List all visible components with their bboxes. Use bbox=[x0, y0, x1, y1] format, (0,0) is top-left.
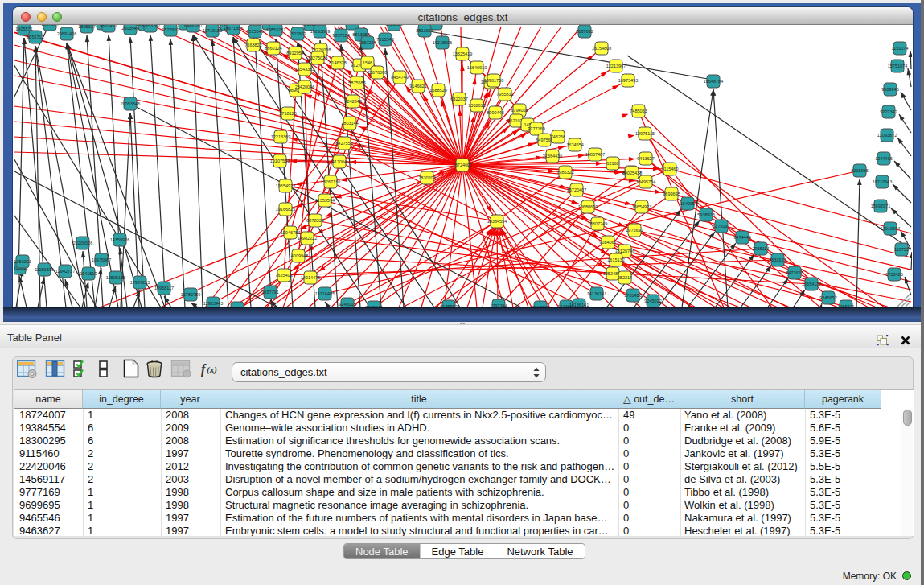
svg-text:1733426: 1733426 bbox=[624, 293, 641, 298]
svg-text:252214: 252214 bbox=[618, 275, 632, 280]
svg-text:8427552: 8427552 bbox=[335, 141, 352, 146]
svg-text:2087682: 2087682 bbox=[576, 29, 593, 34]
svg-text:10107553: 10107553 bbox=[270, 159, 290, 163]
svg-text:116753: 116753 bbox=[894, 247, 909, 252]
svg-text:1805327: 1805327 bbox=[78, 25, 95, 29]
svg-text:14982222: 14982222 bbox=[298, 236, 317, 241]
svg-text:6794028: 6794028 bbox=[511, 108, 528, 113]
svg-text:746266: 746266 bbox=[551, 134, 565, 139]
svg-text:7485063: 7485063 bbox=[630, 109, 647, 113]
svg-text:1151074: 1151074 bbox=[891, 46, 908, 51]
svg-text:10853267: 10853267 bbox=[141, 25, 160, 28]
svg-text:9146821: 9146821 bbox=[409, 84, 426, 89]
svg-text:12975115: 12975115 bbox=[635, 131, 655, 136]
svg-text:14009948: 14009948 bbox=[289, 253, 308, 258]
svg-text:9135562: 9135562 bbox=[228, 306, 245, 307]
svg-text:9329946: 9329946 bbox=[881, 87, 898, 92]
svg-text:12093872: 12093872 bbox=[877, 133, 897, 138]
svg-text:9857224: 9857224 bbox=[332, 33, 349, 38]
svg-text:13275023: 13275023 bbox=[308, 56, 327, 60]
svg-text:1362615: 1362615 bbox=[468, 103, 485, 108]
svg-text:18307249: 18307249 bbox=[588, 221, 607, 226]
svg-text:8215955: 8215955 bbox=[851, 168, 868, 173]
svg-text:21364436: 21364436 bbox=[543, 154, 562, 159]
svg-text:9474444: 9474444 bbox=[733, 235, 750, 240]
svg-text:9227342: 9227342 bbox=[880, 109, 897, 114]
svg-text:1527602: 1527602 bbox=[289, 31, 306, 36]
svg-text:6466160: 6466160 bbox=[184, 25, 201, 28]
svg-text:2935114: 2935114 bbox=[752, 246, 769, 251]
svg-text:8813054: 8813054 bbox=[416, 28, 433, 33]
svg-text:1141519: 1141519 bbox=[80, 271, 97, 276]
svg-text:14914479: 14914479 bbox=[301, 275, 320, 280]
svg-text:1253001: 1253001 bbox=[14, 259, 31, 264]
svg-text:20691406: 20691406 bbox=[57, 31, 76, 36]
svg-text:10973493: 10973493 bbox=[618, 78, 638, 83]
svg-text:11156819: 11156819 bbox=[35, 267, 54, 272]
svg-text:15720407: 15720407 bbox=[567, 187, 586, 192]
svg-text:11353594: 11353594 bbox=[315, 198, 335, 203]
svg-text:9245012: 9245012 bbox=[339, 302, 355, 307]
svg-text:16782759: 16782759 bbox=[181, 292, 200, 297]
svg-text:20053346: 20053346 bbox=[121, 101, 140, 106]
svg-text:8471626: 8471626 bbox=[786, 270, 803, 275]
svg-text:9657791: 9657791 bbox=[261, 290, 278, 295]
svg-text:16210643: 16210643 bbox=[873, 179, 892, 184]
svg-text:7515546: 7515546 bbox=[376, 37, 393, 42]
svg-text:14136141: 14136141 bbox=[569, 303, 589, 307]
svg-text:9245652: 9245652 bbox=[819, 295, 836, 300]
svg-text:10046784: 10046784 bbox=[281, 230, 300, 235]
svg-text:1987654: 1987654 bbox=[41, 25, 58, 27]
svg-text:5938923: 5938923 bbox=[697, 212, 714, 217]
svg-text:16154808: 16154808 bbox=[592, 46, 611, 51]
svg-text:12505135: 12505135 bbox=[106, 275, 125, 280]
svg-text:12923443: 12923443 bbox=[203, 301, 223, 306]
svg-text:1527602: 1527602 bbox=[162, 27, 179, 32]
svg-text:16671355: 16671355 bbox=[224, 26, 243, 31]
svg-text:18724007: 18724007 bbox=[453, 163, 472, 167]
svg-text:9857224: 9857224 bbox=[359, 40, 376, 45]
svg-text:10654112: 10654112 bbox=[802, 282, 821, 286]
svg-text:164095: 164095 bbox=[680, 201, 695, 206]
svg-text:14359926: 14359926 bbox=[110, 237, 129, 242]
svg-text:17010504: 17010504 bbox=[881, 226, 900, 231]
svg-text:1588520: 1588520 bbox=[429, 88, 446, 93]
svg-text:5875685: 5875685 bbox=[348, 80, 365, 85]
svg-text:2003546: 2003546 bbox=[121, 26, 138, 31]
svg-text:6322037: 6322037 bbox=[450, 97, 467, 101]
svg-text:8618344: 8618344 bbox=[532, 305, 548, 307]
svg-text:19166825: 19166825 bbox=[276, 207, 295, 212]
svg-text:19654923: 19654923 bbox=[276, 183, 295, 188]
svg-text:9084067: 9084067 bbox=[599, 240, 616, 245]
svg-text:9055712: 9055712 bbox=[27, 35, 43, 39]
svg-text:9135562: 9135562 bbox=[440, 304, 457, 307]
svg-text:9242848: 9242848 bbox=[344, 99, 361, 104]
svg-text:8990448: 8990448 bbox=[487, 110, 503, 115]
svg-text:8618344: 8618344 bbox=[365, 305, 382, 307]
svg-text:16640910: 16640910 bbox=[467, 65, 487, 70]
svg-text:7663822: 7663822 bbox=[244, 43, 261, 47]
svg-text:19218506: 19218506 bbox=[433, 40, 452, 45]
svg-text:1244415: 1244415 bbox=[875, 156, 892, 161]
svg-text:1921850: 1921850 bbox=[385, 25, 402, 27]
svg-text:7632621: 7632621 bbox=[769, 257, 786, 262]
svg-text:12213967: 12213967 bbox=[606, 64, 626, 68]
svg-text:8660124: 8660124 bbox=[265, 46, 281, 51]
svg-text:62160: 62160 bbox=[606, 161, 618, 166]
svg-text:1065411: 1065411 bbox=[837, 304, 854, 307]
svg-text:9777169: 9777169 bbox=[528, 126, 544, 131]
svg-text:20206526: 20206526 bbox=[73, 241, 92, 245]
svg-text:14136141: 14136141 bbox=[587, 291, 606, 296]
svg-text:23420046: 23420046 bbox=[295, 84, 314, 89]
svg-text:16543382: 16543382 bbox=[295, 67, 314, 72]
svg-text:19384554: 19384554 bbox=[487, 219, 507, 224]
svg-text:16120746: 16120746 bbox=[615, 249, 634, 253]
svg-text:10719185: 10719185 bbox=[203, 28, 222, 33]
svg-text:8146328: 8146328 bbox=[329, 60, 346, 65]
svg-text:2803144: 2803144 bbox=[341, 121, 358, 126]
svg-text:f: f bbox=[201, 362, 207, 377]
svg-text:13495754: 13495754 bbox=[636, 179, 655, 184]
svg-text:1292344: 1292344 bbox=[490, 303, 507, 307]
svg-text:8454749: 8454749 bbox=[391, 75, 408, 80]
svg-text:17957223: 17957223 bbox=[130, 280, 150, 285]
